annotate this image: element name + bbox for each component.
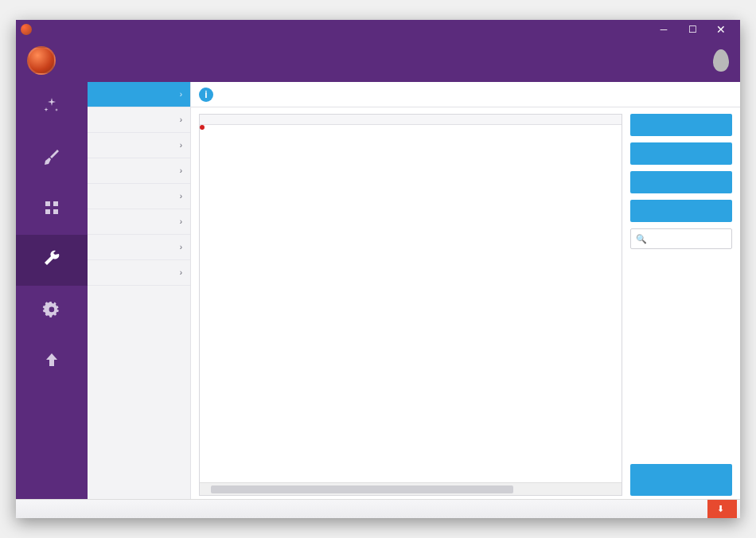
info-icon: i xyxy=(199,88,213,102)
maximize-button[interactable]: ☐ xyxy=(678,24,707,35)
chevron-right-icon: › xyxy=(180,192,182,201)
subnav-browser-plugins[interactable]: › xyxy=(88,158,190,184)
svg-rect-2 xyxy=(45,209,50,214)
svg-rect-1 xyxy=(53,201,58,206)
highlight-annotation xyxy=(200,125,205,130)
tools-subnav: › › › › › › › › xyxy=(88,82,191,499)
rename-button[interactable] xyxy=(630,171,732,193)
nav-easy-clean[interactable] xyxy=(16,82,88,133)
search-input[interactable]: 🔍 xyxy=(630,228,732,249)
table-body[interactable] xyxy=(200,125,622,482)
download-icon: ⬇ xyxy=(717,504,724,514)
action-panel: 🔍 xyxy=(630,114,732,496)
uninstall-button[interactable] xyxy=(630,114,732,136)
minimize-button[interactable]: ─ xyxy=(649,24,678,35)
subnav-duplicate-finder[interactable]: › xyxy=(88,209,190,235)
update-available-button[interactable]: ⬇ xyxy=(707,500,737,518)
col-name[interactable] xyxy=(200,115,394,124)
main-nav xyxy=(16,82,88,499)
search-icon: 🔍 xyxy=(636,234,647,244)
grid-icon xyxy=(42,198,61,217)
logo-icon xyxy=(27,46,56,75)
chevron-right-icon: › xyxy=(180,217,182,226)
app-header xyxy=(16,39,740,82)
subnav-system-restore[interactable]: › xyxy=(88,235,190,260)
chevron-right-icon: › xyxy=(180,141,182,150)
info-bar: i xyxy=(191,82,740,107)
chevron-right-icon: › xyxy=(180,166,182,175)
chevron-right-icon: › xyxy=(180,243,182,251)
chevron-right-icon: › xyxy=(180,90,182,99)
chevron-right-icon: › xyxy=(180,115,182,124)
delete-button[interactable] xyxy=(630,200,732,222)
col-install-date[interactable] xyxy=(542,115,622,124)
close-button[interactable]: ✕ xyxy=(707,23,735,36)
horizontal-scrollbar[interactable] xyxy=(200,482,622,495)
nav-options[interactable] xyxy=(16,286,88,337)
svg-rect-3 xyxy=(53,209,58,214)
programs-table xyxy=(199,114,622,496)
arrow-up-icon xyxy=(42,351,61,370)
nav-custom-clean[interactable] xyxy=(16,133,88,184)
titlebar: ─ ☐ ✕ xyxy=(16,20,740,39)
subnav-disk-analyzer[interactable]: › xyxy=(88,184,190,209)
col-publisher[interactable] xyxy=(394,115,542,124)
nav-tools[interactable] xyxy=(16,235,88,286)
table-header xyxy=(200,115,622,125)
app-window: ─ ☐ ✕ xyxy=(16,20,740,518)
app-icon xyxy=(21,24,32,35)
nav-registry[interactable] xyxy=(16,184,88,235)
save-to-file-button[interactable] xyxy=(630,464,732,496)
sparkle-icon xyxy=(42,96,61,115)
svg-rect-0 xyxy=(45,201,50,206)
nav-upgrade[interactable] xyxy=(16,337,88,388)
brush-icon xyxy=(42,147,61,166)
subnav-updater[interactable]: › xyxy=(88,107,190,133)
gear-icon xyxy=(42,300,61,319)
status-bar: ⬇ xyxy=(16,499,740,518)
subnav-uninstall[interactable]: › xyxy=(88,82,190,107)
wrench-icon xyxy=(42,249,61,268)
piriform-icon xyxy=(713,49,729,72)
chevron-right-icon: › xyxy=(180,268,182,277)
subnav-startup[interactable]: › xyxy=(88,133,190,158)
restore-button[interactable] xyxy=(630,142,732,165)
subnav-drive-wiper[interactable]: › xyxy=(88,260,190,286)
